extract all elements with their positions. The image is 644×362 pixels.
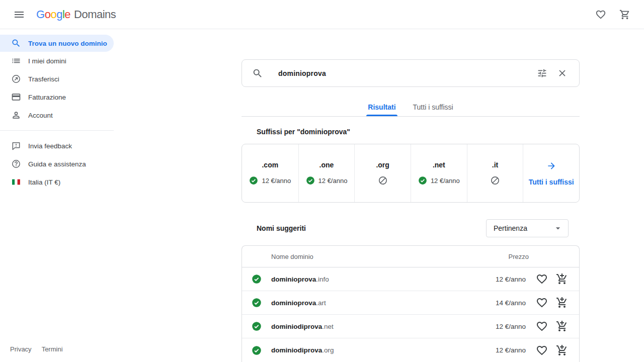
sidebar-item-region-currency[interactable]: Italia (IT €) — [0, 173, 114, 191]
available-check-icon — [418, 176, 427, 185]
suffix-card-com[interactable]: .com 12 €/anno — [242, 144, 298, 202]
suffix-card-net[interactable]: .net 12 €/anno — [411, 144, 467, 202]
suggestions-header: Nomi suggeriti Pertinenza — [242, 219, 580, 237]
domain-base: dominioprova — [271, 276, 316, 283]
heart-icon — [595, 9, 606, 20]
search-icon — [252, 68, 263, 79]
sidebar-item-label: Italia (IT €) — [28, 178, 60, 186]
logo-letter: e — [64, 8, 70, 21]
suffixes-heading: Suffissi per "dominioprova" — [242, 128, 580, 136]
suffix-card-it[interactable]: .it — [467, 144, 523, 202]
available-check-icon — [306, 176, 315, 185]
table-row[interactable]: dominioprova.art 14 €/anno — [242, 291, 579, 315]
domain-price: 12 €/anno — [465, 323, 526, 330]
tab-label: Risultati — [368, 103, 395, 111]
unavailable-icon — [378, 175, 388, 186]
suffix-card-one[interactable]: .one 12 €/anno — [298, 144, 355, 202]
add-to-cart-button[interactable] — [556, 273, 568, 285]
logo-letter: o — [50, 8, 56, 21]
tab-all-suffixes[interactable]: Tutti i suffissi — [405, 98, 462, 116]
sidebar-item-find-new-domain[interactable]: Trova un nuovo dominio — [0, 35, 114, 52]
logo-letter: G — [36, 8, 45, 21]
available-check-icon — [252, 321, 262, 331]
cart-button[interactable] — [615, 5, 635, 25]
tab-results[interactable]: Risultati — [359, 98, 404, 116]
sort-selected-value: Pertinenza — [494, 224, 553, 232]
add-to-cart-button[interactable] — [556, 297, 568, 309]
help-icon — [11, 159, 21, 169]
suffix-strip: .com 12 €/anno .one 12 €/anno .org .net … — [242, 144, 580, 203]
tune-icon — [537, 68, 547, 78]
person-icon — [11, 110, 21, 120]
privacy-link[interactable]: Privacy — [10, 345, 32, 353]
terms-link[interactable]: Termini — [42, 345, 63, 353]
suffix-card-org[interactable]: .org — [354, 144, 411, 202]
top-bar: Google Domains — [0, 0, 644, 29]
all-suffixes-card[interactable]: Tutti i suffissi — [523, 144, 579, 202]
suffix-price: 12 €/anno — [262, 177, 291, 185]
sidebar-item-my-domains[interactable]: I miei domini — [0, 52, 114, 70]
sidebar-item-label: Trasferisci — [28, 75, 59, 83]
search-filters-button[interactable] — [532, 63, 552, 83]
logo-letter: o — [45, 8, 51, 21]
sidebar-item-account[interactable]: Account — [0, 106, 114, 124]
table-row[interactable]: dominiodiprova.org 12 €/anno — [242, 338, 579, 362]
google-domains-logo[interactable]: Google Domains — [36, 8, 116, 21]
suffix-status — [378, 175, 388, 186]
sidebar-item-billing[interactable]: Fatturazione — [0, 88, 114, 106]
column-header-domain-name: Nome dominio — [271, 253, 468, 260]
arrow-right-icon — [546, 161, 556, 171]
sidebar-item-transfer[interactable]: Trasferisci — [0, 70, 114, 88]
logo-letter: g — [56, 8, 62, 21]
domain-name: dominioprova.info — [271, 276, 465, 283]
domain-tld: .info — [316, 276, 329, 283]
transfer-icon — [11, 74, 21, 84]
add-to-cart-button[interactable] — [556, 320, 568, 332]
domain-search-input[interactable] — [278, 69, 532, 77]
domain-base: dominiodiprova — [271, 323, 322, 330]
domain-name: dominiodiprova.org — [271, 346, 465, 354]
favorite-domain-button[interactable] — [536, 320, 548, 332]
domain-search-box — [242, 59, 580, 87]
domain-tld: .art — [316, 299, 326, 307]
main-content: Risultati Tutti i suffissi Suffissi per … — [242, 29, 580, 362]
results-tabbar: Risultati Tutti i suffissi — [242, 98, 580, 117]
domain-base: dominioprova — [271, 299, 316, 307]
available-check-icon — [252, 298, 262, 308]
credit-card-icon — [11, 92, 21, 102]
table-row[interactable]: dominioprova.info 12 €/anno — [242, 267, 579, 291]
chevron-down-icon — [553, 223, 563, 233]
table-row[interactable]: dominiodiprova.net 12 €/anno — [242, 315, 579, 338]
suffix-tld: .com — [262, 161, 278, 169]
suffix-price: 12 €/anno — [431, 177, 460, 185]
list-icon — [11, 56, 21, 66]
add-cart-icon — [556, 344, 568, 356]
favorites-button[interactable] — [591, 5, 611, 25]
suffix-status: 12 €/anno — [306, 175, 348, 186]
close-icon — [557, 68, 568, 78]
sidebar-item-label: Fatturazione — [28, 94, 66, 101]
sort-dropdown[interactable]: Pertinenza — [486, 219, 569, 237]
add-cart-icon — [556, 320, 568, 332]
heart-icon — [536, 344, 548, 356]
suffix-price: 12 €/anno — [318, 177, 348, 185]
suffix-tld: .net — [433, 161, 445, 169]
domain-name: dominiodiprova.net — [271, 323, 465, 330]
domain-tld: .net — [322, 323, 334, 330]
favorite-domain-button[interactable] — [536, 297, 548, 309]
domain-tld: .org — [322, 346, 334, 354]
favorite-domain-button[interactable] — [536, 273, 548, 285]
heart-icon — [536, 297, 548, 309]
suffix-status — [490, 175, 500, 186]
hamburger-icon — [13, 9, 25, 21]
suffix-status: 12 €/anno — [418, 175, 460, 186]
hamburger-menu-button[interactable] — [9, 5, 29, 25]
favorite-domain-button[interactable] — [536, 344, 548, 356]
sidebar-footer: Privacy Termini — [10, 345, 63, 353]
sidebar-item-help[interactable]: Guida e assistenza — [0, 155, 114, 173]
add-to-cart-button[interactable] — [556, 344, 568, 356]
clear-search-button[interactable] — [552, 63, 572, 83]
add-cart-icon — [556, 273, 568, 285]
sidebar-item-send-feedback[interactable]: Invia feedback — [0, 137, 114, 155]
sidebar-item-label: Invia feedback — [28, 142, 72, 150]
